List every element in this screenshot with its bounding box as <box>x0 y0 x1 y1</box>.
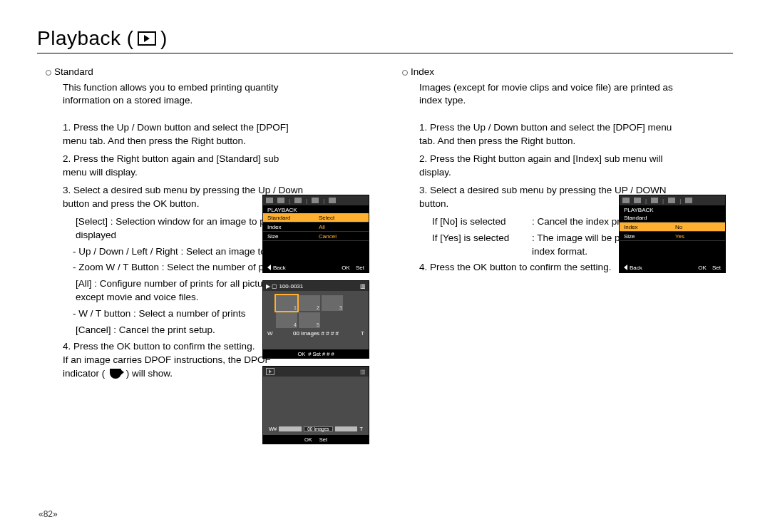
screen-row-index: Index All <box>263 222 369 232</box>
page-title: Playback <box>37 27 121 50</box>
standard-column: Standard This function allows you to emb… <box>37 66 376 385</box>
paren-open: ( <box>127 27 133 50</box>
play-mode-icon <box>266 368 274 375</box>
thumb-3: 3 <box>322 295 343 311</box>
tab-icon <box>622 198 630 203</box>
back-arrow-icon <box>267 265 271 270</box>
standard-step-4a: 4. Press the OK button to confirm the se… <box>63 341 255 352</box>
playback-icon <box>138 31 156 46</box>
standard-step-2: 2. Press the Right button again and [Sta… <box>63 153 305 180</box>
standard-intro: This function allows you to embed printi… <box>63 81 305 107</box>
thumbnails: 1 2 3 4 5 <box>263 291 369 329</box>
page-title-row: Playback ( ) <box>37 27 733 53</box>
standard-heading: Standard <box>54 66 376 77</box>
standard-step-1: 1. Press the Up / Down button and select… <box>63 121 305 148</box>
index-step-2: 2. Press the Right button again and [Ind… <box>419 153 676 180</box>
tab-icon <box>294 198 302 203</box>
screen-menu-title: PLAYBACK <box>263 205 369 213</box>
tab-icon <box>668 198 675 203</box>
standard-step-4c: ) will show. <box>126 368 173 379</box>
screen-select-grid: ▶ ▢ 100-0031 ▥ 1 2 3 4 5 W 00 Images # #… <box>262 280 369 359</box>
tab-icon <box>312 198 319 203</box>
tab-icon <box>266 198 273 203</box>
screen-footer: Back OK Set <box>263 262 369 272</box>
tab-icon <box>685 198 692 203</box>
paren-close: ) <box>160 27 167 50</box>
screen-footer: Back OK Set <box>620 262 725 272</box>
index-step-1: 1. Press the Up / Down button and select… <box>419 121 676 148</box>
thumb-1: 1 <box>276 295 297 311</box>
thumb-4: 4 <box>276 312 297 328</box>
grid-footer: OK # Set # # # <box>263 349 369 358</box>
screen-row-size: Size Yes <box>620 232 725 241</box>
screen-all: ▥ W# 00 Images T OK Set <box>262 366 369 444</box>
tab-icon <box>634 198 641 203</box>
thumb-5: 5 <box>299 312 320 328</box>
back-arrow-icon <box>624 265 627 270</box>
battery-icon: ▥ <box>360 283 366 290</box>
tab-icon <box>329 198 336 203</box>
screen-row-index: Index No <box>620 222 725 232</box>
all-counter: 00 Images <box>304 426 334 431</box>
screen-index-menu: | | | PLAYBACK Standard Index No Size Ye… <box>619 195 726 273</box>
all-header: ▥ <box>263 367 369 377</box>
thumb-2: 2 <box>299 295 320 311</box>
screen-topbar: | | | <box>620 195 725 205</box>
page-number: «82» <box>38 509 58 519</box>
screen-row-standard: Standard Select <box>263 213 369 222</box>
dpof-indicator-icon <box>110 369 121 379</box>
screen-row-size: Size Cancel <box>263 232 369 241</box>
screen-topbar: | | | <box>263 195 369 205</box>
tab-icon <box>277 198 284 203</box>
index-intro: Images (except for movie clips and voice… <box>419 81 676 107</box>
all-footer: OK Set <box>263 435 369 444</box>
screen-standard-menu: | | | PLAYBACK Standard Select Index All… <box>262 195 369 273</box>
grid-header: ▶ ▢ 100-0031 ▥ <box>263 281 369 291</box>
all-slider: W# 00 Images T <box>269 426 363 432</box>
grid-info: W 00 Images # # # # T <box>263 329 369 337</box>
index-column: Index Images (except for movie clips and… <box>394 66 733 385</box>
screen-menu-title: PLAYBACK <box>620 205 725 213</box>
index-heading: Index <box>411 66 733 77</box>
screen-row-standard: Standard <box>620 213 725 222</box>
battery-icon: ▥ <box>360 369 366 375</box>
tab-icon <box>651 198 658 203</box>
